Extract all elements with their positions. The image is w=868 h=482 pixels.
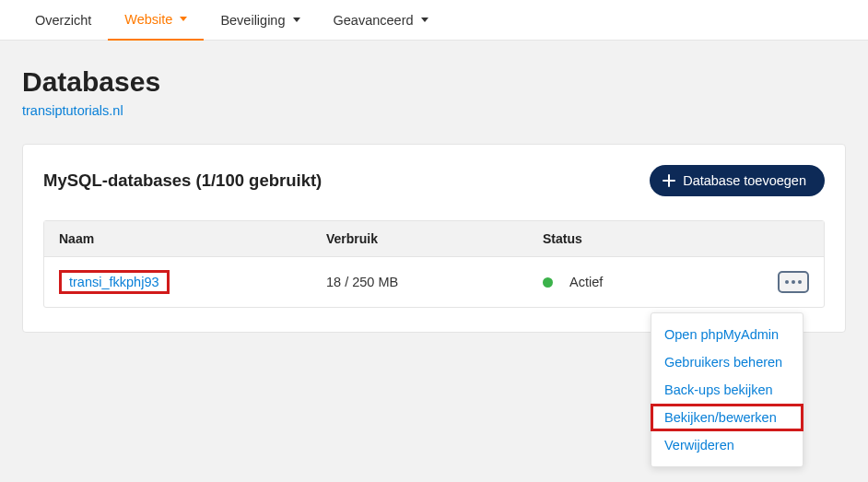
menu-open-phpmyadmin[interactable]: Open phpMyAdmin [651,321,803,348]
top-nav: Overzicht Website Beveiliging Geavanceer… [0,0,868,41]
table-header: Naam Verbruik Status [44,221,824,257]
menu-manage-users[interactable]: Gebruikers beheren [651,348,803,376]
tab-beveiliging[interactable]: Beveiliging [204,0,316,41]
menu-view-edit[interactable]: Bekijken/bewerken [651,404,803,431]
tab-label: Geavanceerd [334,13,414,28]
col-header-name: Naam [59,231,326,246]
tab-website[interactable]: Website [108,0,204,41]
status-text: Actief [569,275,603,289]
chevron-down-icon [421,18,428,22]
tab-geavanceerd[interactable]: Geavanceerd [317,0,445,41]
breadcrumb-domain-link[interactable]: transiptutorials.nl [22,103,123,118]
add-database-button[interactable]: Database toevoegen [650,165,825,196]
table-row: transi_fkkphj93 18 / 250 MB Actief [44,257,824,307]
menu-delete[interactable]: Verwijderen [651,431,803,459]
usage-value: 18 / 250 MB [326,275,543,289]
tab-label: Beveiliging [220,13,285,28]
button-label: Database toevoegen [683,173,806,188]
highlight-box: transi_fkkphj93 [59,270,170,294]
row-actions-menu: Open phpMyAdmin Gebruikers beheren Back-… [651,312,803,467]
col-header-usage: Verbruik [326,231,543,246]
tab-label: Website [124,12,172,27]
databases-table: Naam Verbruik Status transi_fkkphj93 18 … [43,220,825,308]
content: Databases transiptutorials.nl MySQL-data… [0,41,868,359]
database-name-link[interactable]: transi_fkkphj93 [69,275,159,289]
tab-label: Overzicht [35,13,91,28]
page-title: Databases [22,66,846,98]
col-header-status: Status [543,231,727,246]
plus-icon [663,174,675,187]
chevron-down-icon [180,17,187,21]
tab-overzicht[interactable]: Overzicht [18,0,108,41]
status-dot-icon [543,277,553,288]
chevron-down-icon [293,18,300,22]
menu-view-backups[interactable]: Back-ups bekijken [651,376,803,404]
panel-header: MySQL-databases (1/100 gebruikt) Databas… [43,165,825,196]
row-actions-button[interactable] [778,271,809,293]
databases-panel: MySQL-databases (1/100 gebruikt) Databas… [22,144,846,333]
status-cell: Actief [543,275,727,289]
panel-title: MySQL-databases (1/100 gebruikt) [43,170,322,191]
